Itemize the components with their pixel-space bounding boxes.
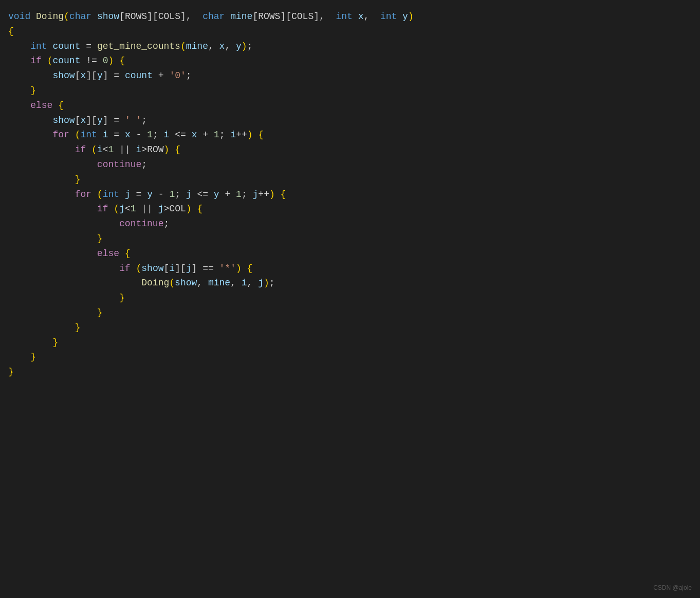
code-content: void Doing(char show[ROWS][COLS], char m… xyxy=(8,9,690,379)
code-editor: void Doing(char show[ROWS][COLS], char m… xyxy=(0,0,700,389)
watermark-text: CSDN @ajole xyxy=(653,583,692,593)
